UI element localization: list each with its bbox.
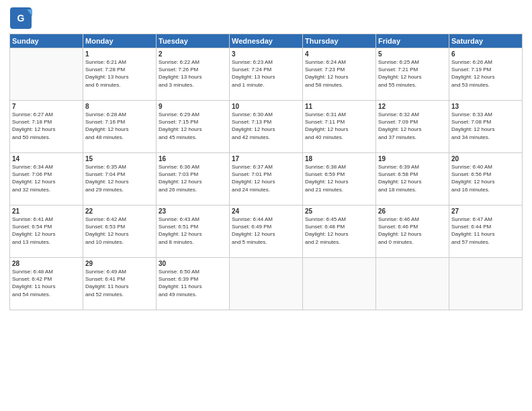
calendar-cell: 9Sunrise: 6:29 AM Sunset: 7:15 PM Daylig…: [157, 101, 230, 153]
calendar-cell: 27Sunrise: 6:47 AM Sunset: 6:44 PM Dayli…: [449, 205, 523, 258]
day-info: Sunrise: 6:50 AM Sunset: 6:39 PM Dayligh…: [159, 268, 227, 298]
day-number: 10: [232, 103, 300, 110]
calendar-cell: 29Sunrise: 6:49 AM Sunset: 6:41 PM Dayli…: [83, 258, 157, 310]
calendar-cell: 25Sunrise: 6:45 AM Sunset: 6:48 PM Dayli…: [303, 205, 376, 258]
calendar-table: SundayMondayTuesdayWednesdayThursdayFrid…: [9, 34, 523, 310]
day-number: 5: [378, 50, 447, 58]
calendar-cell: 28Sunrise: 6:48 AM Sunset: 6:42 PM Dayli…: [10, 258, 83, 310]
calendar-cell: 8Sunrise: 6:28 AM Sunset: 7:16 PM Daylig…: [83, 101, 157, 153]
day-number: 25: [305, 208, 373, 215]
header-day-thursday: Thursday: [303, 34, 376, 48]
day-number: 28: [12, 260, 81, 267]
day-info: Sunrise: 6:37 AM Sunset: 7:01 PM Dayligh…: [232, 163, 300, 193]
calendar-week-row: 14Sunrise: 6:34 AM Sunset: 7:06 PM Dayli…: [10, 153, 523, 205]
day-number: 22: [85, 208, 154, 215]
day-info: Sunrise: 6:26 AM Sunset: 7:19 PM Dayligh…: [451, 58, 520, 89]
day-number: 7: [12, 103, 81, 110]
day-info: Sunrise: 6:23 AM Sunset: 7:24 PM Dayligh…: [232, 58, 300, 89]
logo-icon: G: [9, 7, 32, 30]
day-number: 12: [378, 103, 447, 110]
day-number: 2: [159, 50, 227, 58]
day-number: 11: [305, 103, 373, 110]
calendar-week-row: 21Sunrise: 6:41 AM Sunset: 6:54 PM Dayli…: [10, 205, 523, 258]
day-number: 30: [159, 260, 227, 267]
day-info: Sunrise: 6:46 AM Sunset: 6:46 PM Dayligh…: [378, 216, 447, 246]
calendar-cell: 30Sunrise: 6:50 AM Sunset: 6:39 PM Dayli…: [157, 258, 230, 310]
calendar-cell: [376, 258, 449, 310]
calendar-cell: 3Sunrise: 6:23 AM Sunset: 7:24 PM Daylig…: [230, 48, 303, 101]
day-number: 21: [12, 208, 81, 215]
day-number: 13: [451, 103, 520, 110]
day-info: Sunrise: 6:35 AM Sunset: 7:04 PM Dayligh…: [85, 163, 154, 193]
day-info: Sunrise: 6:28 AM Sunset: 7:16 PM Dayligh…: [85, 111, 154, 141]
calendar-cell: 22Sunrise: 6:42 AM Sunset: 6:53 PM Dayli…: [83, 205, 157, 258]
header-day-friday: Friday: [376, 34, 449, 48]
calendar-header-row: SundayMondayTuesdayWednesdayThursdayFrid…: [10, 34, 523, 48]
day-number: 1: [85, 50, 154, 58]
day-info: Sunrise: 6:48 AM Sunset: 6:42 PM Dayligh…: [12, 268, 81, 298]
calendar-cell: 2Sunrise: 6:22 AM Sunset: 7:26 PM Daylig…: [157, 48, 230, 101]
calendar-cell: 11Sunrise: 6:31 AM Sunset: 7:11 PM Dayli…: [303, 101, 376, 153]
day-info: Sunrise: 6:25 AM Sunset: 7:21 PM Dayligh…: [378, 58, 447, 89]
day-info: Sunrise: 6:29 AM Sunset: 7:15 PM Dayligh…: [159, 111, 227, 141]
calendar-week-row: 28Sunrise: 6:48 AM Sunset: 6:42 PM Dayli…: [10, 258, 523, 310]
calendar-cell: 14Sunrise: 6:34 AM Sunset: 7:06 PM Dayli…: [10, 153, 83, 205]
calendar-cell: 15Sunrise: 6:35 AM Sunset: 7:04 PM Dayli…: [83, 153, 157, 205]
day-info: Sunrise: 6:32 AM Sunset: 7:09 PM Dayligh…: [378, 111, 447, 141]
page-header: G: [9, 7, 523, 30]
day-number: 19: [378, 155, 447, 163]
day-number: 15: [85, 155, 154, 163]
calendar-cell: 6Sunrise: 6:26 AM Sunset: 7:19 PM Daylig…: [449, 48, 523, 101]
day-number: 18: [305, 155, 373, 163]
calendar-cell: [10, 48, 83, 101]
calendar-week-row: 7Sunrise: 6:27 AM Sunset: 7:18 PM Daylig…: [10, 101, 523, 153]
calendar-cell: 7Sunrise: 6:27 AM Sunset: 7:18 PM Daylig…: [10, 101, 83, 153]
calendar-cell: 17Sunrise: 6:37 AM Sunset: 7:01 PM Dayli…: [230, 153, 303, 205]
day-info: Sunrise: 6:49 AM Sunset: 6:41 PM Dayligh…: [85, 268, 154, 298]
day-info: Sunrise: 6:45 AM Sunset: 6:48 PM Dayligh…: [305, 216, 373, 246]
calendar-cell: 1Sunrise: 6:21 AM Sunset: 7:28 PM Daylig…: [83, 48, 157, 101]
day-number: 20: [451, 155, 520, 163]
day-info: Sunrise: 6:31 AM Sunset: 7:11 PM Dayligh…: [305, 111, 373, 141]
calendar-cell: [449, 258, 523, 310]
header-day-monday: Monday: [83, 34, 157, 48]
day-info: Sunrise: 6:39 AM Sunset: 6:58 PM Dayligh…: [378, 163, 447, 193]
header-day-wednesday: Wednesday: [230, 34, 303, 48]
day-info: Sunrise: 6:38 AM Sunset: 6:59 PM Dayligh…: [305, 163, 373, 193]
day-number: 29: [85, 260, 154, 267]
day-info: Sunrise: 6:21 AM Sunset: 7:28 PM Dayligh…: [85, 58, 154, 89]
day-info: Sunrise: 6:41 AM Sunset: 6:54 PM Dayligh…: [12, 216, 81, 246]
day-number: 23: [159, 208, 227, 215]
calendar-cell: 10Sunrise: 6:30 AM Sunset: 7:13 PM Dayli…: [230, 101, 303, 153]
day-info: Sunrise: 6:40 AM Sunset: 6:56 PM Dayligh…: [451, 163, 520, 193]
svg-text:G: G: [17, 13, 25, 24]
day-number: 6: [451, 50, 520, 58]
calendar-cell: 18Sunrise: 6:38 AM Sunset: 6:59 PM Dayli…: [303, 153, 376, 205]
calendar-cell: [230, 258, 303, 310]
day-number: 27: [451, 208, 520, 215]
header-day-sunday: Sunday: [10, 34, 83, 48]
calendar-cell: 19Sunrise: 6:39 AM Sunset: 6:58 PM Dayli…: [376, 153, 449, 205]
logo: G: [9, 7, 35, 30]
calendar-cell: 24Sunrise: 6:44 AM Sunset: 6:49 PM Dayli…: [230, 205, 303, 258]
day-number: 3: [232, 50, 300, 58]
calendar-cell: 20Sunrise: 6:40 AM Sunset: 6:56 PM Dayli…: [449, 153, 523, 205]
calendar-cell: 4Sunrise: 6:24 AM Sunset: 7:23 PM Daylig…: [303, 48, 376, 101]
day-info: Sunrise: 6:30 AM Sunset: 7:13 PM Dayligh…: [232, 111, 300, 141]
day-info: Sunrise: 6:34 AM Sunset: 7:06 PM Dayligh…: [12, 163, 81, 193]
calendar-cell: 5Sunrise: 6:25 AM Sunset: 7:21 PM Daylig…: [376, 48, 449, 101]
header-day-tuesday: Tuesday: [157, 34, 230, 48]
day-number: 26: [378, 208, 447, 215]
calendar-cell: 23Sunrise: 6:43 AM Sunset: 6:51 PM Dayli…: [157, 205, 230, 258]
day-info: Sunrise: 6:33 AM Sunset: 7:08 PM Dayligh…: [451, 111, 520, 141]
day-number: 8: [85, 103, 154, 110]
day-info: Sunrise: 6:22 AM Sunset: 7:26 PM Dayligh…: [159, 58, 227, 89]
day-info: Sunrise: 6:27 AM Sunset: 7:18 PM Dayligh…: [12, 111, 81, 141]
day-info: Sunrise: 6:44 AM Sunset: 6:49 PM Dayligh…: [232, 216, 300, 246]
day-number: 16: [159, 155, 227, 163]
header-day-saturday: Saturday: [449, 34, 523, 48]
day-number: 17: [232, 155, 300, 163]
day-number: 14: [12, 155, 81, 163]
calendar-week-row: 1Sunrise: 6:21 AM Sunset: 7:28 PM Daylig…: [10, 48, 523, 101]
day-info: Sunrise: 6:47 AM Sunset: 6:44 PM Dayligh…: [451, 216, 520, 246]
